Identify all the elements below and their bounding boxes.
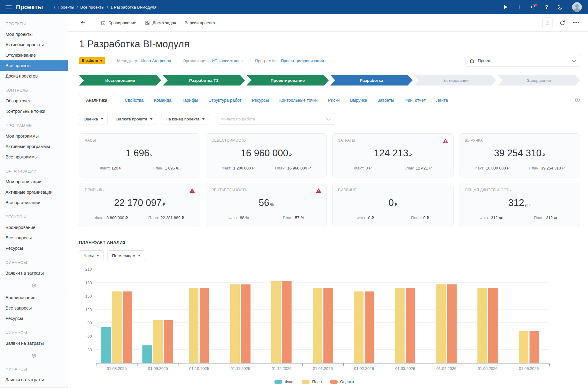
filter-dropdown[interactable]: На конец проекта: [161, 114, 209, 124]
sidebar-settings-separator[interactable]: [0, 281, 68, 290]
project-type-select[interactable]: Проект: [466, 55, 580, 67]
tab-item[interactable]: Фин. отчёт: [405, 98, 426, 107]
dark-mode-moon-icon[interactable]: [557, 4, 564, 10]
sidebar-item[interactable]: Обзор точек: [0, 96, 68, 106]
booking-label: Бронирование: [108, 21, 136, 25]
sidebar-item[interactable]: Доска проектов: [0, 71, 68, 81]
breadcrumb-item[interactable]: 1 Разработка BI-модуля: [110, 5, 156, 10]
sidebar-item[interactable]: Отслеживание: [0, 50, 68, 60]
chart-control-dropdown[interactable]: Часы: [79, 250, 104, 261]
tab-item[interactable]: Команда: [154, 98, 172, 107]
sidebar-item[interactable]: Мои проекты: [0, 29, 68, 40]
taskboard-button[interactable]: Доска задач: [145, 20, 176, 25]
run-icon[interactable]: [502, 4, 509, 10]
chevron-down-icon: [326, 116, 330, 120]
help-icon[interactable]: ?: [545, 5, 548, 10]
stage-chevron[interactable]: Завершение: [498, 75, 580, 86]
tab-item[interactable]: Тарифы: [182, 98, 198, 107]
main-content: Бронирование Доска задач Версии проекта: [68, 14, 588, 388]
kpi-value-number: 124 213: [374, 148, 408, 158]
chart-control-dropdown[interactable]: По месяцам: [107, 250, 145, 261]
x-tick-label: 01.03.2026: [385, 366, 426, 371]
program-link[interactable]: Проект цифровизации: [281, 59, 324, 63]
sidebar-item[interactable]: Ресурсы: [0, 313, 68, 324]
sidebar-group: ПРОЕКТЫМои проектыАктивные проектыОтслеж…: [0, 21, 68, 81]
stage-chevron[interactable]: Разработка ТЗ: [163, 75, 245, 86]
x-tick-label: 01.12.2025: [261, 366, 302, 371]
download-button[interactable]: [542, 17, 553, 28]
tabs-settings-gear[interactable]: [575, 97, 580, 103]
kpi-plan: План:312 дн.: [534, 215, 560, 220]
sidebar-item[interactable]: Контрольные точки: [0, 106, 68, 116]
tab-item[interactable]: Риски: [328, 98, 340, 107]
kpi-fact: Факт:8 800 000 ₽: [95, 215, 128, 220]
kpi-fact-plan-row: Факт:1 200 000 ₽План:16 960 000 ₽: [212, 166, 321, 170]
sidebar-item[interactable]: Все программы: [0, 152, 68, 162]
kpi-fact-label: Факт:: [356, 215, 367, 220]
stage-chevron[interactable]: Тестирование: [414, 75, 496, 86]
user-avatar[interactable]: [572, 2, 582, 12]
chart-control-label: Часы: [84, 253, 94, 258]
tab-item[interactable]: Контрольные точки: [279, 98, 318, 107]
work-filter-input[interactable]: [217, 117, 322, 121]
sidebar-item[interactable]: Все запросы: [0, 233, 68, 243]
sidebar-item[interactable]: Активные проекты: [0, 40, 68, 50]
notifications-bell-icon[interactable]: [530, 4, 537, 10]
stage-chevron[interactable]: Исследование: [79, 75, 161, 86]
breadcrumb-item[interactable]: Проекты: [58, 5, 74, 10]
kpi-value: 124 213₽: [338, 148, 448, 159]
legend-color-chip: [274, 380, 282, 384]
project-versions-button[interactable]: Версии проекта: [185, 21, 215, 25]
y-tick-label: 90: [88, 321, 92, 325]
tab-item[interactable]: Лента: [436, 98, 448, 107]
sidebar-item[interactable]: Мои организации: [0, 177, 68, 187]
chart-bar-план: [519, 331, 528, 363]
more-options-button[interactable]: [572, 21, 580, 25]
kpi-card: РЕНТАБЕЛЬНОСТЬ56%Факт:88 %План:57 %: [206, 183, 327, 227]
sidebar-item[interactable]: Бронирование: [0, 222, 68, 233]
sidebar-item[interactable]: Активные организации: [0, 187, 68, 197]
filter-dropdown[interactable]: Оценка: [79, 114, 108, 124]
chart-bar-оценка: [241, 284, 251, 363]
kpi-value: 0₽: [338, 197, 448, 208]
add-icon[interactable]: +: [517, 4, 521, 10]
stage-chevron[interactable]: Проектирование: [247, 75, 329, 86]
sidebar-item[interactable]: Все организации: [0, 197, 68, 208]
manager-link[interactable]: Иван Агафонов: [141, 59, 171, 63]
refresh-button[interactable]: [560, 20, 565, 26]
chart-bar-оценка: [406, 288, 415, 363]
sidebar-item[interactable]: Все проекты: [0, 60, 68, 71]
sidebar-item[interactable]: Мои программы: [0, 131, 68, 141]
tab-item[interactable]: Выручка: [350, 98, 367, 107]
sidebar-item[interactable]: Бронирование: [0, 292, 68, 303]
kpi-plan: План:16 960 000 ₽: [275, 166, 311, 170]
booking-button[interactable]: Бронирование: [101, 20, 136, 25]
kpi-warning-badge: [316, 188, 322, 193]
filter-dropdown[interactable]: Валюта проекта: [112, 114, 157, 124]
select-chevron[interactable]: [568, 55, 580, 66]
app-title: Проекты: [16, 4, 43, 11]
sidebar-item[interactable]: Все запросы: [0, 303, 68, 313]
status-badge[interactable]: В работе: [79, 57, 105, 64]
topbar-actions: + ?: [502, 2, 582, 12]
tab-item[interactable]: Затраты: [378, 98, 394, 107]
kpi-value-unit: ₽: [289, 153, 292, 157]
sidebar-item[interactable]: Заявки на затраты: [0, 338, 68, 348]
kpi-value-number: 312: [508, 197, 524, 208]
sidebar-item[interactable]: Заявки на затраты: [0, 375, 68, 385]
tab-item[interactable]: Свойства: [125, 98, 143, 107]
filter-expand-chevron[interactable]: [322, 113, 335, 124]
breadcrumb-item[interactable]: Все проекты: [80, 5, 104, 10]
sidebar-item[interactable]: Активные программы: [0, 141, 68, 152]
chart-bar-план: [271, 281, 281, 363]
sidebar-item[interactable]: Заявки на затраты: [0, 268, 68, 278]
tab-item[interactable]: Структура работ: [209, 98, 242, 107]
back-button[interactable]: [79, 19, 87, 27]
organization-link[interactable]: ИТ-консалтинг +: [212, 59, 243, 63]
stage-chevron[interactable]: Разработка: [330, 75, 413, 86]
hamburger-menu-icon[interactable]: [6, 5, 12, 9]
sidebar-settings-separator[interactable]: [0, 351, 68, 360]
tab-item[interactable]: Ресурсы: [252, 98, 269, 107]
tab-active[interactable]: Аналитика: [79, 94, 114, 107]
sidebar-item[interactable]: Ресурсы: [0, 243, 68, 253]
